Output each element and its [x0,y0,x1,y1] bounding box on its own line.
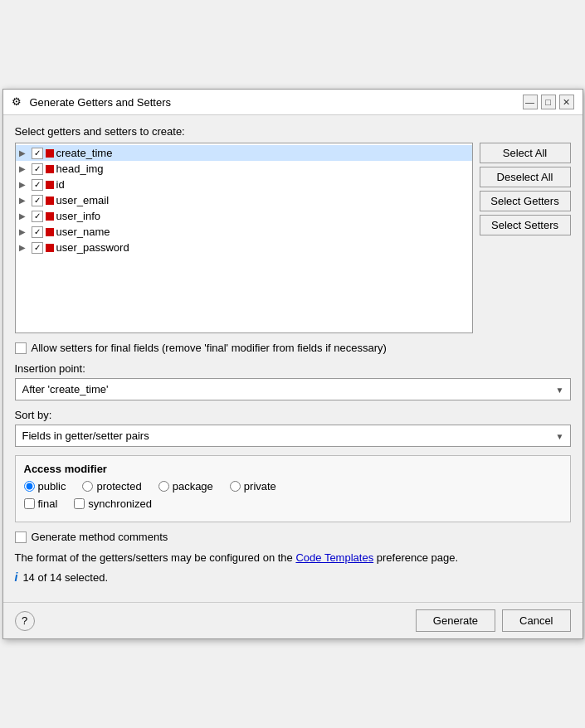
field-name: user_name [56,226,110,238]
select-setters-button[interactable]: Select Setters [480,215,571,235]
field-name: user_email [56,194,110,206]
field-checkbox[interactable] [32,226,43,238]
final-label: final [38,497,58,510]
radio-label-package: package [173,480,213,493]
field-checkbox[interactable] [32,242,43,254]
radio-input-private[interactable] [230,481,241,492]
radio-input-protected[interactable] [82,481,93,492]
field-type-icon [46,165,54,173]
info-text-after: preference page. [377,551,458,564]
title-bar-left: ⚙ Generate Getters and Setters [12,95,172,109]
help-button[interactable]: ? [15,611,35,631]
table-row[interactable]: ▶ id [16,177,472,192]
field-name: head_img [56,163,104,175]
insertion-point-wrapper: After 'create_time' [15,378,571,400]
select-getters-button[interactable]: Select Getters [480,191,571,211]
radio-private[interactable]: private [230,480,276,493]
radio-package[interactable]: package [158,480,213,493]
select-all-button[interactable]: Select All [480,143,571,163]
field-type-icon [46,212,54,221]
radio-input-package[interactable] [158,481,169,492]
field-name: user_info [56,210,100,222]
expand-icon: ▶ [19,227,29,236]
dialog-title: Generate Getters and Setters [30,96,172,109]
allow-setters-label: Allow setters for final fields (remove '… [32,342,387,354]
field-type-icon [46,149,54,158]
table-row[interactable]: ▶ head_img [16,161,472,177]
field-type-icon [46,244,54,252]
section-label: Select getters and setters to create: [15,125,571,138]
radio-protected[interactable]: protected [82,480,141,493]
generate-getters-setters-dialog: ⚙ Generate Getters and Setters — □ ✕ Sel… [2,89,583,639]
final-checkbox[interactable] [24,498,35,509]
insertion-point-label: Insertion point: [15,362,571,375]
synchronized-checkbox[interactable] [74,498,85,509]
side-buttons: Select All Deselect All Select Getters S… [480,143,571,333]
final-checkbox-item[interactable]: final [24,497,58,510]
table-row[interactable]: ▶ create_time [16,145,472,161]
generate-comments-label: Generate method comments [32,531,168,543]
radio-label-public: public [38,480,66,493]
info-text-before: The format of the getters/setters may be… [15,551,293,564]
radio-public[interactable]: public [24,480,66,493]
field-checkbox[interactable] [32,163,43,175]
cancel-button[interactable]: Cancel [502,609,570,632]
dialog-icon: ⚙ [12,95,25,109]
access-modifier-radio-row: public protected package private [24,480,562,493]
selected-count-text: 14 of 14 selected. [22,571,108,584]
code-templates-link[interactable]: Code Templates [295,551,373,564]
expand-icon: ▶ [19,211,29,221]
allow-setters-row: Allow setters for final fields (remove '… [15,342,571,354]
radio-input-public[interactable] [24,481,35,492]
dialog-content: Select getters and setters to create: ▶ … [3,115,583,602]
expand-icon: ▶ [19,164,29,173]
expand-icon: ▶ [19,180,29,189]
bottom-bar: ? Generate Cancel [3,602,583,638]
field-name: user_password [56,241,129,254]
field-name: id [56,178,65,191]
deselect-all-button[interactable]: Deselect All [480,167,571,187]
sort-by-wrapper: Fields in getter/setter pairs [15,425,571,447]
title-controls: — □ ✕ [523,95,574,109]
selected-count-row: i 14 of 14 selected. [15,570,571,584]
field-checkbox[interactable] [32,195,43,206]
table-row[interactable]: ▶ user_email [16,192,472,208]
access-modifier-box: Access modifier public protected package… [15,455,571,522]
generate-comments-checkbox[interactable] [15,531,27,543]
sort-by-select[interactable]: Fields in getter/setter pairs [15,425,571,447]
maximize-button[interactable]: □ [541,95,556,109]
expand-icon: ▶ [19,196,29,205]
modifier-checkbox-row: final synchronized [24,497,562,510]
field-checkbox[interactable] [32,211,43,222]
title-bar: ⚙ Generate Getters and Setters — □ ✕ [3,90,583,115]
table-row[interactable]: ▶ user_info [16,208,472,224]
fields-area: ▶ create_time ▶ head_img ▶ id [15,143,571,333]
fields-list[interactable]: ▶ create_time ▶ head_img ▶ id [15,143,473,333]
table-row[interactable]: ▶ user_password [16,240,472,255]
minimize-button[interactable]: — [523,95,538,109]
synchronized-label: synchronized [88,497,152,510]
action-buttons: Generate Cancel [416,609,571,632]
radio-label-protected: protected [96,480,141,493]
field-type-icon [46,228,54,236]
generate-comments-row: Generate method comments [15,531,571,543]
expand-icon: ▶ [19,243,29,252]
expand-icon: ▶ [19,148,29,158]
field-type-icon [46,181,54,189]
close-button[interactable]: ✕ [559,95,574,109]
field-type-icon [46,197,54,205]
info-icon: i [15,570,18,584]
synchronized-checkbox-item[interactable]: synchronized [74,497,152,510]
sort-by-label: Sort by: [15,409,571,421]
allow-setters-checkbox[interactable] [15,342,27,354]
field-checkbox[interactable] [32,148,43,159]
field-checkbox[interactable] [32,179,43,191]
table-row[interactable]: ▶ user_name [16,224,472,240]
insertion-point-select[interactable]: After 'create_time' [15,378,571,400]
info-text-row: The format of the getters/setters may be… [15,551,571,564]
access-modifier-title: Access modifier [24,463,562,475]
radio-label-private: private [244,480,276,493]
generate-button[interactable]: Generate [416,609,495,632]
field-name: create_time [56,147,113,159]
